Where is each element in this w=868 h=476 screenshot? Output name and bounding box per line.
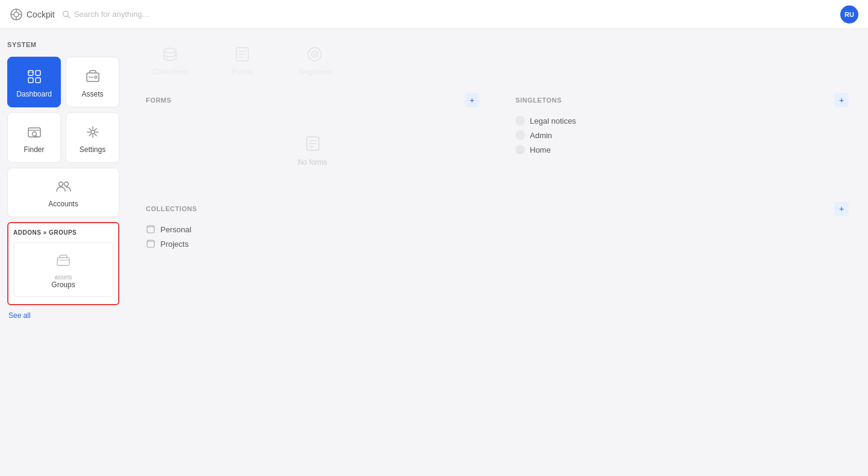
- forms-label: Forms: [232, 68, 253, 76]
- card-finder[interactable]: Finder: [7, 112, 61, 163]
- svg-rect-17: [28, 128, 40, 137]
- collection-item-personal[interactable]: Personal: [146, 224, 849, 234]
- system-section-label: SYSTEM: [7, 41, 119, 48]
- right-panel: Collections Forms: [127, 29, 868, 476]
- singletons-list: Legal notices Admin Home: [515, 116, 849, 154]
- topbar: Cockpit Search for anything… RU: [0, 0, 868, 29]
- svg-rect-31: [57, 258, 69, 265]
- no-forms-text: No forms: [298, 158, 327, 167]
- collection-item-icon: [146, 239, 156, 249]
- addon-label: Groups: [51, 281, 75, 289]
- svg-rect-9: [36, 71, 40, 75]
- system-grid: Dashboard Assets: [7, 57, 119, 163]
- singleton-dot: [515, 116, 525, 125]
- svg-line-25: [89, 129, 90, 130]
- singleton-dot: [515, 130, 525, 140]
- card-dashboard[interactable]: Dashboard: [7, 57, 61, 107]
- card-dashboard-label: Dashboard: [16, 90, 52, 98]
- svg-line-7: [68, 16, 70, 18]
- svg-rect-8: [28, 71, 33, 75]
- dashboard-icon: [26, 68, 43, 85]
- singleton-label: Legal notices: [530, 116, 576, 125]
- forms-singletons-row: FORMS + No forms: [146, 93, 849, 185]
- forms-panel: FORMS + No forms: [146, 93, 479, 185]
- card-accounts[interactable]: Accounts: [7, 168, 119, 217]
- card-finder-label: Finder: [24, 145, 44, 154]
- singletons-icon-block[interactable]: Singletons: [291, 43, 339, 76]
- svg-line-27: [95, 129, 96, 130]
- forms-icon: [231, 43, 253, 65]
- svg-point-15: [95, 76, 97, 78]
- see-all-link[interactable]: See all: [7, 311, 119, 320]
- forms-panel-header: FORMS +: [146, 93, 479, 107]
- no-forms-icon: [303, 134, 322, 153]
- addons-section: ADDONS » GROUPS assets Groups: [7, 222, 119, 305]
- forms-panel-title: FORMS: [146, 97, 171, 104]
- collections-add-button[interactable]: +: [834, 202, 849, 216]
- avatar[interactable]: RU: [840, 5, 858, 24]
- singleton-label: Admin: [530, 131, 552, 140]
- svg-rect-10: [28, 78, 33, 83]
- collection-label: Projects: [160, 240, 189, 249]
- addons-header: ADDONS » GROUPS: [13, 229, 113, 236]
- collections-panel-header: COLLECTIONS +: [146, 202, 849, 216]
- collections-icon: [159, 43, 181, 65]
- topbar-right: RU: [840, 5, 858, 24]
- accounts-icon: [55, 178, 72, 195]
- addon-sublabel: assets: [55, 274, 72, 281]
- addon-card-assets-groups[interactable]: assets Groups: [13, 242, 113, 297]
- search-placeholder: Search for anything…: [74, 10, 150, 19]
- singletons-icon: [304, 43, 326, 65]
- svg-point-1: [14, 12, 19, 17]
- svg-point-39: [314, 54, 316, 56]
- search-bar[interactable]: Search for anything…: [62, 10, 833, 19]
- collections-icon-block[interactable]: Collections: [146, 43, 194, 76]
- svg-rect-11: [36, 78, 40, 83]
- singleton-item-admin[interactable]: Admin: [515, 130, 849, 140]
- search-icon: [62, 10, 71, 19]
- svg-point-30: [64, 182, 69, 186]
- svg-line-26: [95, 134, 96, 136]
- svg-point-32: [164, 48, 176, 53]
- logo[interactable]: Cockpit: [10, 8, 55, 21]
- svg-point-29: [59, 182, 63, 186]
- card-assets[interactable]: Assets: [66, 57, 119, 107]
- singletons-panel-title: SINGLETONS: [515, 97, 562, 104]
- collection-item-icon: [146, 224, 156, 234]
- singleton-label: Home: [530, 145, 551, 154]
- finder-icon: [26, 124, 43, 141]
- singletons-panel-header: SINGLETONS +: [515, 93, 849, 107]
- card-assets-label: Assets: [81, 90, 103, 98]
- card-settings-label: Settings: [80, 145, 105, 154]
- singleton-dot: [515, 145, 525, 154]
- top-row: Collections Forms: [146, 43, 849, 76]
- no-forms-placeholder: No forms: [146, 116, 479, 185]
- settings-icon: [84, 124, 101, 141]
- collections-section: COLLECTIONS + Personal: [146, 202, 849, 249]
- addon-icon: [55, 253, 71, 269]
- forms-add-button[interactable]: +: [465, 93, 479, 107]
- collection-label: Personal: [160, 225, 191, 234]
- collections-list: Personal Projects: [146, 224, 849, 249]
- collections-panel: COLLECTIONS + Personal: [146, 202, 849, 249]
- card-settings[interactable]: Settings: [66, 112, 119, 163]
- forms-icon-block[interactable]: Forms: [218, 43, 266, 76]
- card-accounts-label: Accounts: [48, 200, 78, 208]
- singletons-label: Singletons: [298, 68, 332, 76]
- singleton-item-legal[interactable]: Legal notices: [515, 116, 849, 125]
- singletons-panel: SINGLETONS + Legal notices Admin Home: [515, 93, 849, 185]
- logo-text: Cockpit: [27, 10, 55, 19]
- assets-icon: [84, 68, 101, 85]
- collection-item-projects[interactable]: Projects: [146, 239, 849, 249]
- collections-label: Collections: [153, 68, 188, 76]
- singleton-item-home[interactable]: Home: [515, 145, 849, 154]
- left-panel: SYSTEM Dashboard: [0, 29, 127, 476]
- svg-line-28: [89, 134, 90, 136]
- main: SYSTEM Dashboard: [0, 29, 868, 476]
- collections-panel-title: COLLECTIONS: [146, 205, 197, 212]
- svg-point-20: [91, 130, 95, 134]
- singletons-add-button[interactable]: +: [834, 93, 849, 107]
